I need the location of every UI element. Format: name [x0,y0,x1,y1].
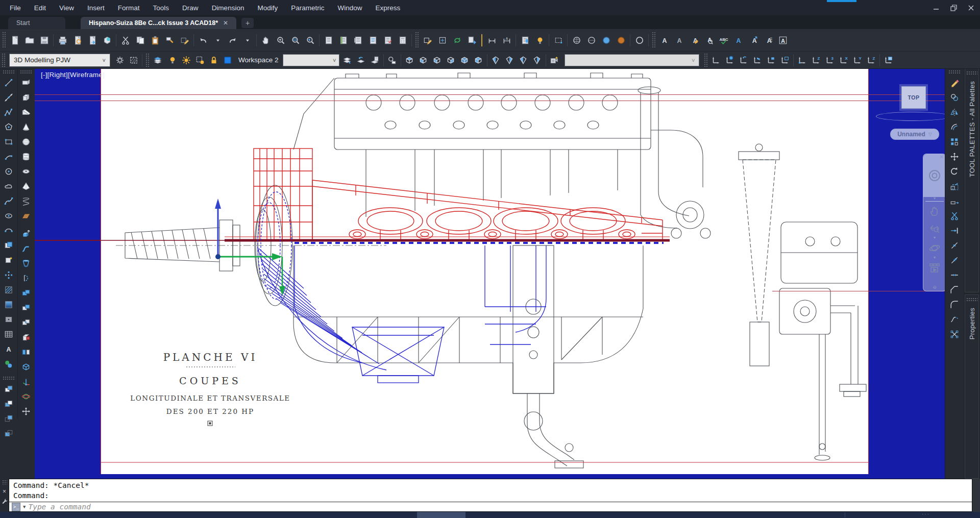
viewcube[interactable]: TOP [901,86,926,109]
ne-isometric-icon[interactable] [517,53,530,67]
revision-cloud-icon[interactable] [2,179,15,193]
object-ucs-icon[interactable] [764,53,778,67]
text-style-icon[interactable]: A [731,31,746,50]
redo-list-icon[interactable] [240,31,255,50]
light-list-icon[interactable] [532,31,547,50]
circle-icon[interactable] [2,164,15,178]
wedge-icon[interactable] [19,105,33,119]
3d-orbit-icon[interactable] [19,389,33,403]
clip-xref-icon[interactable] [435,31,450,50]
command-panel-grip[interactable]: × [0,479,9,512]
navigation-wheel-button[interactable]: ✕ [923,154,945,197]
viewcube-compass[interactable] [876,112,945,121]
render-region-icon[interactable] [551,31,566,50]
multiline-text-icon[interactable]: A [2,342,15,356]
gradient-icon[interactable] [2,298,15,311]
block-editor-icon[interactable] [420,31,435,50]
layer-unlock-icon[interactable] [207,53,220,67]
tab-active-drawing[interactable]: Hispano-Suiza 8Be C...ck Issue 3 ACAD18*… [81,17,236,29]
workspace-dropdown[interactable]: 3D Modelling PJW ˅ [9,54,110,67]
toolbar-grip[interactable] [651,32,656,48]
dimension-style-icon[interactable]: A [499,31,514,50]
break-icon[interactable] [947,253,962,267]
visual-style-sphere-projection-icon[interactable] [632,31,647,50]
separate-icon[interactable] [19,345,33,359]
command-history[interactable]: Command: *Cancel* Command: [9,479,972,502]
scale-text-icon[interactable]: A [746,31,761,50]
status-overflow-dots[interactable]: ··· [922,511,930,517]
face-ucs-icon[interactable] [750,53,764,67]
workspace-settings-icon[interactable] [113,53,127,67]
explode-icon[interactable] [947,327,962,341]
edit-block-in-place-icon[interactable] [177,31,192,50]
zoom-tool-icon[interactable] [926,219,943,236]
layer-control[interactable]: Workspace 2 ˅ [164,53,340,67]
undo-list-icon[interactable] [210,31,225,50]
ellipse-arc-icon[interactable] [2,224,15,237]
bottom-view-icon[interactable] [416,53,430,67]
toolbar-grip[interactable] [414,32,419,48]
navbar-menu-dot[interactable]: ⊖ [923,276,945,291]
rectangle-icon[interactable] [2,135,15,149]
navbar-close-icon[interactable]: ✕ [940,154,944,160]
drafting-settings-icon[interactable] [127,53,140,67]
redo-icon[interactable] [225,31,240,50]
layer-previous-icon[interactable] [354,53,368,67]
world-ucs-icon[interactable] [723,53,737,67]
planar-surface-icon[interactable] [19,209,33,223]
blend-curves-icon[interactable] [947,312,962,326]
tool-palettes-window-icon[interactable] [351,31,365,50]
quickcalc-icon[interactable] [395,31,410,50]
named-view-dropdown[interactable]: ˅ [565,54,699,66]
region-icon[interactable] [2,312,15,326]
slice-icon[interactable] [19,330,33,344]
match-properties-icon[interactable] [162,31,177,50]
model-viewport[interactable]: PLANCHE VI COUPES LONGITUDINALE ET TRANS… [35,68,945,479]
layer-dropdown[interactable]: ˅ [283,54,339,66]
frame-text-icon[interactable]: A [775,31,790,50]
sphere-icon[interactable] [19,135,33,149]
layer-thaw-icon[interactable] [179,53,193,67]
zoom-realtime-icon[interactable] [273,31,288,50]
reload-xrefs-icon[interactable] [450,31,464,50]
chamfer-icon[interactable] [947,283,962,297]
tab-close-icon[interactable]: ✕ [223,19,228,27]
scale-icon[interactable] [947,179,962,193]
command-scrollbar[interactable] [972,479,980,512]
cut-to-clipboard-icon[interactable] [118,31,133,50]
right-view-icon[interactable] [444,53,458,67]
ucs-icon[interactable] [709,53,723,67]
rotate-icon[interactable] [947,164,962,178]
array-icon[interactable] [2,426,15,440]
helix-icon[interactable] [19,194,33,208]
ucs-apply-icon[interactable] [881,53,895,67]
construction-line-icon[interactable] [2,90,15,104]
layer-color-icon[interactable] [220,53,234,67]
make-block-icon[interactable] [2,253,15,267]
new-icon[interactable] [7,31,22,50]
se-isometric-icon[interactable] [503,53,517,67]
visual-style-2d-wireframe-icon[interactable] [569,31,584,50]
line-icon[interactable] [2,76,15,89]
view-ucs-icon[interactable] [778,53,792,67]
ucs-rotate-y-icon[interactable]: Y [850,53,864,67]
layer-on-icon[interactable] [165,53,179,67]
batch-plot-icon[interactable] [85,31,100,50]
palette-grip[interactable] [966,298,977,302]
top-view-icon[interactable] [403,53,416,67]
markup-set-manager-icon[interactable] [380,31,395,50]
toolbar-grip[interactable] [3,70,15,74]
layer-translate-icon[interactable] [385,53,399,67]
wheel-flyout-caret[interactable]: ▾ [934,197,936,200]
zoom-window-icon[interactable] [288,31,303,50]
fillet-icon[interactable] [947,298,962,311]
3d-move-icon[interactable] [19,404,33,418]
ucs-previous-icon[interactable] [737,53,750,67]
layer-properties-manager-icon[interactable] [151,53,164,67]
edit-text-icon[interactable]: A [687,31,701,50]
layer-vp-freeze-icon[interactable] [193,53,207,67]
toolbar-grip[interactable] [3,376,15,380]
nw-isometric-icon[interactable] [530,53,544,67]
ucs-3-point-icon[interactable]: 3 [823,53,837,67]
visual-style-hidden-icon[interactable] [584,31,599,50]
